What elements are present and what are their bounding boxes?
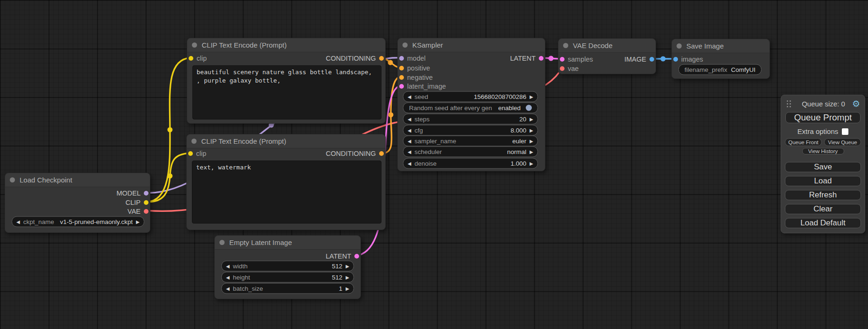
decrement-arrow-icon[interactable]: ◀: [408, 94, 411, 99]
decrement-arrow-icon[interactable]: ◀: [408, 128, 411, 133]
increment-arrow-icon[interactable]: ▶: [529, 149, 533, 154]
increment-arrow-icon[interactable]: ▶: [346, 286, 349, 291]
decrement-arrow-icon[interactable]: ◀: [408, 139, 411, 143]
input-slot-images[interactable]: images: [673, 56, 703, 63]
decrement-arrow-icon[interactable]: ◀: [408, 161, 411, 166]
latent-output-dot[interactable]: [539, 56, 543, 61]
sampler-name-widget[interactable]: ◀ sampler_name euler ▶: [403, 136, 538, 147]
negative-input-dot[interactable]: [399, 75, 404, 80]
output-slot-latent[interactable]: LATENT: [325, 252, 359, 260]
node-vae-decode[interactable]: VAE Decode samples vae IMAGE: [558, 38, 656, 74]
output-slot-image[interactable]: IMAGE: [624, 56, 654, 63]
conditioning-output-dot[interactable]: [379, 56, 384, 61]
clip-output-dot[interactable]: [144, 200, 148, 205]
steps-widget[interactable]: ◀ steps 20 ▶: [403, 114, 538, 125]
node-ksampler[interactable]: KSampler model positive negative latent_…: [397, 38, 545, 171]
decrement-arrow-icon[interactable]: ◀: [408, 149, 411, 154]
collapse-dot-icon[interactable]: [402, 42, 408, 48]
images-input-dot[interactable]: [673, 57, 678, 62]
cfg-widget[interactable]: ◀ cfg 8.000 ▶: [403, 125, 538, 136]
view-history-button[interactable]: View History: [802, 148, 844, 154]
width-widget[interactable]: ◀ width 512 ▶: [221, 261, 354, 272]
latent-output-dot[interactable]: [354, 254, 359, 259]
collapse-dot-icon[interactable]: [191, 139, 197, 144]
input-slot-clip[interactable]: clip: [188, 150, 206, 157]
collapse-dot-icon[interactable]: [219, 240, 225, 245]
collapse-dot-icon[interactable]: [192, 42, 197, 48]
collapse-dot-icon[interactable]: [10, 177, 15, 182]
node-save-image[interactable]: Save Image images filename_prefix ComfyU…: [671, 39, 770, 79]
output-slot-latent[interactable]: LATENT: [510, 55, 543, 62]
increment-arrow-icon[interactable]: ▶: [529, 139, 533, 143]
decrement-arrow-icon[interactable]: ◀: [408, 117, 411, 121]
random-seed-widget[interactable]: Random seed after every gen enabled: [403, 103, 538, 113]
node-clip-text-encode-positive[interactable]: CLIP Text Encode (Prompt) clip CONDITION…: [187, 38, 386, 124]
refresh-button[interactable]: Refresh: [785, 190, 861, 200]
input-slot-clip[interactable]: clip: [189, 55, 207, 62]
node-load-checkpoint[interactable]: Load Checkpoint MODEL CLIP VAE ◀ ckpt_na…: [5, 173, 150, 233]
samples-input-dot[interactable]: [560, 57, 565, 62]
output-slot-conditioning[interactable]: CONDITIONING: [326, 150, 384, 157]
increment-arrow-icon[interactable]: ▶: [529, 94, 533, 99]
decrement-arrow-icon[interactable]: ◀: [16, 219, 20, 224]
gear-icon[interactable]: ⚙: [852, 99, 860, 108]
negative-prompt-textarea[interactable]: text, watermark: [192, 161, 381, 224]
decrement-arrow-icon[interactable]: ◀: [226, 286, 230, 291]
view-queue-button[interactable]: View Queue: [824, 138, 861, 146]
increment-arrow-icon[interactable]: ▶: [529, 128, 533, 133]
node-titlebar[interactable]: CLIP Text Encode (Prompt): [187, 38, 385, 52]
model-output-dot[interactable]: [144, 191, 148, 196]
denoise-widget[interactable]: ◀ denoise 1.000 ▶: [403, 158, 538, 169]
model-input-dot[interactable]: [399, 56, 404, 61]
scheduler-widget[interactable]: ◀ scheduler normal ▶: [403, 147, 538, 157]
node-titlebar[interactable]: Save Image: [672, 39, 769, 53]
collapse-dot-icon[interactable]: [563, 43, 568, 48]
input-slot-model[interactable]: model: [399, 55, 426, 62]
collapse-dot-icon[interactable]: [677, 43, 682, 49]
decrement-arrow-icon[interactable]: ◀: [226, 264, 230, 268]
node-titlebar[interactable]: CLIP Text Encode (Prompt): [187, 134, 385, 148]
toggle-icon[interactable]: [526, 105, 532, 111]
node-titlebar[interactable]: VAE Decode: [558, 39, 656, 53]
input-slot-positive[interactable]: positive: [399, 64, 430, 72]
clip-input-dot[interactable]: [189, 56, 193, 61]
drag-handle-icon[interactable]: [787, 100, 788, 102]
increment-arrow-icon[interactable]: ▶: [346, 264, 349, 268]
load-button[interactable]: Load: [785, 176, 861, 186]
latent-input-dot[interactable]: [399, 84, 404, 89]
node-titlebar[interactable]: Load Checkpoint: [5, 173, 150, 187]
extra-options-checkbox[interactable]: [842, 128, 848, 135]
node-clip-text-encode-negative[interactable]: CLIP Text Encode (Prompt) clip CONDITION…: [186, 134, 386, 230]
output-slot-model[interactable]: MODEL: [116, 189, 148, 197]
output-slot-clip[interactable]: CLIP: [126, 199, 148, 206]
batch-size-widget[interactable]: ◀ batch_size 1 ▶: [221, 283, 354, 294]
input-slot-samples[interactable]: samples: [560, 56, 593, 63]
increment-arrow-icon[interactable]: ▶: [529, 117, 533, 121]
increment-arrow-icon[interactable]: ▶: [346, 275, 349, 280]
seed-widget[interactable]: ◀ seed 156680208700286 ▶: [403, 91, 538, 102]
save-button[interactable]: Save: [785, 162, 861, 172]
filename-prefix-widget[interactable]: filename_prefix ComfyUI: [678, 64, 762, 75]
node-titlebar[interactable]: Empty Latent Image: [215, 236, 360, 250]
load-default-button[interactable]: Load Default: [785, 218, 861, 228]
vae-output-dot[interactable]: [144, 209, 148, 214]
conditioning-output-dot[interactable]: [379, 151, 384, 156]
increment-arrow-icon[interactable]: ▶: [136, 219, 140, 224]
input-slot-vae[interactable]: vae: [560, 65, 579, 72]
node-graph-canvas[interactable]: Load Checkpoint MODEL CLIP VAE ◀ ckpt_na…: [0, 0, 868, 329]
output-slot-conditioning[interactable]: CONDITIONING: [326, 55, 384, 62]
height-widget[interactable]: ◀ height 512 ▶: [221, 272, 354, 283]
output-slot-vae[interactable]: VAE: [127, 208, 148, 215]
vae-input-dot[interactable]: [560, 66, 565, 71]
input-slot-latent-image[interactable]: latent_image: [399, 83, 446, 90]
clear-button[interactable]: Clear: [785, 204, 861, 214]
input-slot-negative[interactable]: negative: [399, 74, 433, 81]
positive-input-dot[interactable]: [399, 66, 404, 70]
node-titlebar[interactable]: KSampler: [398, 38, 545, 52]
image-output-dot[interactable]: [649, 57, 654, 62]
decrement-arrow-icon[interactable]: ◀: [226, 275, 230, 280]
ckpt-name-widget[interactable]: ◀ ckpt_name v1-5-pruned-emaonly.ckpt ▶: [12, 217, 144, 227]
queue-front-button[interactable]: Queue Front: [785, 138, 822, 146]
queue-prompt-button[interactable]: Queue Prompt: [785, 112, 861, 123]
positive-prompt-textarea[interactable]: beautiful scenery nature glass bottle la…: [192, 65, 381, 119]
